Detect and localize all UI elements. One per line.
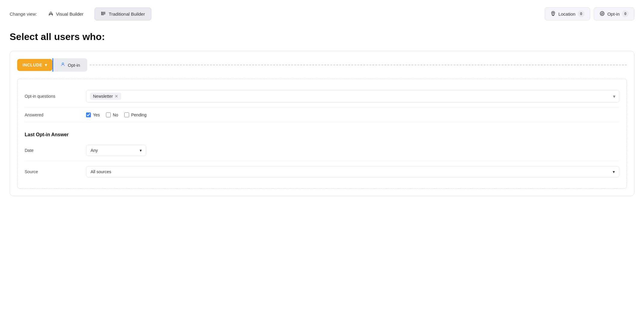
- svg-point-0: [50, 12, 52, 14]
- visual-builder-button[interactable]: Visual Builder: [42, 8, 90, 20]
- source-row: Source All sources ▾: [25, 161, 619, 182]
- source-label: Source: [25, 169, 79, 174]
- answered-checkbox-group: Yes No Pending: [86, 112, 619, 117]
- location-icon: [550, 11, 556, 17]
- change-view-label: Change view:: [10, 11, 37, 17]
- visual-builder-icon: [48, 11, 54, 17]
- date-control: Any ▾: [86, 145, 619, 156]
- svg-point-14: [62, 63, 64, 64]
- source-value: All sources: [91, 169, 111, 174]
- yes-label: Yes: [93, 112, 100, 117]
- svg-rect-8: [101, 13, 102, 13]
- no-label: No: [113, 112, 118, 117]
- svg-point-1: [49, 14, 50, 15]
- page-title: Select all users who:: [10, 31, 634, 42]
- pending-checkbox-item[interactable]: Pending: [124, 112, 147, 117]
- main-card: INCLUDE ▾ Opt-in Opt-in questions: [10, 51, 634, 196]
- source-chevron-icon: ▾: [613, 169, 615, 174]
- newsletter-tag-remove[interactable]: ✕: [115, 94, 118, 98]
- yes-checkbox[interactable]: [86, 112, 91, 117]
- optin-questions-control: Newsletter ✕ ▾: [86, 90, 619, 103]
- location-count-badge: 0: [578, 11, 584, 17]
- topbar: Change view: Visual Builder: [10, 7, 634, 20]
- no-checkbox-item[interactable]: No: [106, 112, 118, 117]
- optin-label: Opt-in: [607, 11, 620, 17]
- traditional-builder-icon: [101, 11, 106, 17]
- date-row: Date Any ▾: [25, 140, 619, 161]
- topbar-left: Change view: Visual Builder: [10, 8, 151, 20]
- yes-checkbox-item[interactable]: Yes: [86, 112, 100, 117]
- last-optin-heading: Last Opt-in Answer: [25, 127, 69, 140]
- include-label: INCLUDE: [23, 63, 42, 67]
- last-optin-heading-row: Last Opt-in Answer: [25, 122, 619, 140]
- include-button[interactable]: INCLUDE ▾: [17, 59, 52, 71]
- segment-tab-label: Opt-in: [68, 63, 80, 68]
- optin-questions-chevron-icon: ▾: [613, 94, 615, 99]
- traditional-builder-label: Traditional Builder: [109, 11, 145, 17]
- source-control: All sources ▾: [86, 166, 619, 177]
- source-dropdown[interactable]: All sources ▾: [86, 166, 619, 177]
- pending-checkbox[interactable]: [124, 112, 129, 117]
- optin-filter-button[interactable]: Opt-in 0: [594, 7, 634, 20]
- dashed-line: [90, 65, 627, 65]
- optin-questions-label: Opt-in questions: [25, 94, 79, 99]
- date-value: Any: [91, 148, 98, 153]
- no-checkbox[interactable]: [106, 112, 111, 117]
- pending-label: Pending: [131, 112, 147, 117]
- optin-questions-input[interactable]: Newsletter ✕ ▾: [86, 90, 619, 103]
- date-label: Date: [25, 148, 79, 153]
- newsletter-tag-label: Newsletter: [93, 94, 113, 99]
- segment-row: INCLUDE ▾ Opt-in: [17, 58, 627, 72]
- newsletter-tag: Newsletter ✕: [90, 93, 121, 100]
- topbar-right: Location 0 Opt-in 0: [545, 7, 634, 20]
- svg-rect-9: [101, 14, 102, 14]
- answered-row: Answered Yes No Pending: [25, 108, 619, 122]
- segment-tab-icon: [60, 62, 65, 68]
- traditional-builder-button[interactable]: Traditional Builder: [94, 8, 151, 20]
- location-filter-button[interactable]: Location 0: [545, 7, 590, 20]
- date-chevron-icon: ▾: [140, 148, 142, 153]
- svg-rect-7: [101, 12, 102, 12]
- answered-control: Yes No Pending: [86, 112, 619, 117]
- optin-questions-row: Opt-in questions Newsletter ✕ ▾: [25, 85, 619, 108]
- filter-content: Opt-in questions Newsletter ✕ ▾ Answered: [17, 79, 627, 189]
- date-dropdown[interactable]: Any ▾: [86, 145, 146, 156]
- svg-rect-10: [101, 14, 102, 15]
- answered-label: Answered: [25, 112, 79, 117]
- optin-icon: [599, 11, 605, 17]
- tag-input-inner: Newsletter ✕: [90, 93, 121, 100]
- segment-tab-optin[interactable]: Opt-in: [52, 58, 87, 72]
- svg-point-2: [52, 14, 53, 15]
- svg-point-11: [553, 12, 554, 13]
- optin-count-badge: 0: [622, 11, 629, 17]
- visual-builder-label: Visual Builder: [56, 11, 83, 17]
- include-chevron-icon: ▾: [45, 63, 47, 67]
- location-label: Location: [558, 11, 575, 17]
